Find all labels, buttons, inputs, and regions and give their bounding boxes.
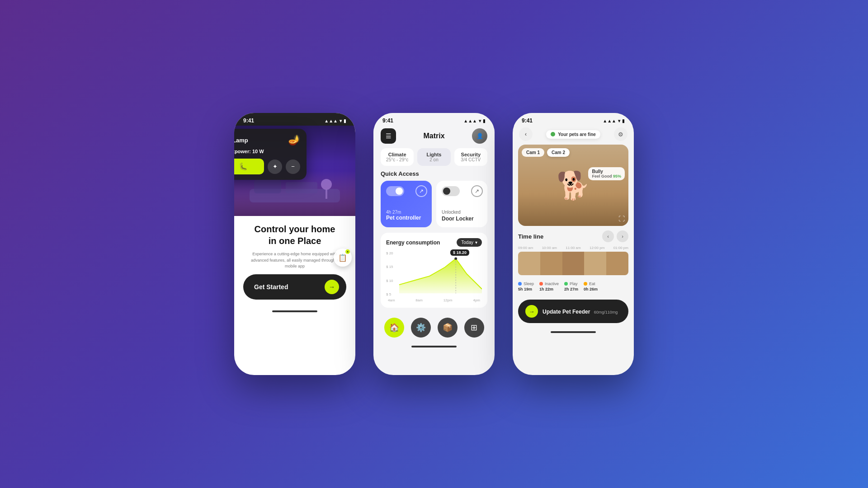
expand-icon[interactable]: ⛶ [618,215,625,222]
phone3-home-bar-line [551,331,596,333]
phone3-status-icons: ▲▲▲ ▾ ▮ [603,118,625,123]
cam1-tab[interactable]: Cam 1 [522,148,544,157]
camera-view: 🐕 Cam 1 Cam 2 Bully Feel Good 95% ⛶ [518,145,628,226]
door-locker-card[interactable]: ↗ Unlocked Door Locker [436,181,487,227]
door-locker-name: Door Locker [442,216,482,222]
nav-home-button[interactable]: 🏠 [384,318,404,338]
phone2-title: Matrix [423,132,444,140]
lamp-power: Lightpower: 10 W [234,149,300,154]
timeline-thumb-4 [584,252,606,275]
dog-camera-feed: 🐕 [518,145,628,226]
timeline-nav: ‹ › [602,230,628,242]
tab-security-label: Security [460,152,482,157]
timeline-prev-button[interactable]: ‹ [602,230,614,242]
tab-security[interactable]: Security 3/4 CCTV [454,148,487,166]
timeline-times: 09:00 am 10:00 am 11:00 am 12:00 pm 01:0… [518,246,628,250]
door-locker-expand[interactable]: ↗ [471,185,483,197]
lamp-minus-button[interactable]: − [286,160,300,174]
nav-settings-button[interactable]: ⚙️ [411,318,431,338]
timeline-strip [518,252,628,275]
phone1-main-title: Control your homein one Place [255,223,335,247]
svg-point-6 [454,257,457,260]
tab-lights[interactable]: Lights 2 on [417,148,450,166]
toggle-thumb [396,188,403,195]
lamp-popup-title: Lamp [234,137,248,144]
hero-furniture-svg [243,175,346,207]
pet-controller-name: Pet controller [386,215,426,221]
svg-rect-1 [254,180,281,193]
chart-x-labels: 4am 8am 12pm 4pm [386,298,482,302]
inactive-value: 1h 22m [539,287,553,291]
phone1-home-bar-line [272,310,317,312]
avatar[interactable]: 👤 [472,128,487,144]
phone1-subtitle: Experience a cutting-edge home equipped … [243,251,346,270]
timeline-section: Time line ‹ › 09:00 am 10:00 am 11:00 am… [513,226,634,297]
phone2-time: 9:41 [382,117,393,124]
back-button[interactable]: ‹ [519,127,533,141]
feeder-dose: 60mg/110mg [594,310,618,314]
play-value: 2h 27m [564,287,578,291]
lamp-popup: ← Lamp 🪔 Lightpower: 10 W 🐛 ✦ − [234,129,307,180]
toggle-track[interactable] [386,186,404,196]
battery-icon: ▮ [483,118,486,123]
nav-grid-button[interactable]: ⊞ [464,318,484,338]
phone3-status-bar: 9:41 ▲▲▲ ▾ ▮ [513,113,634,126]
pets-status-text: Your pets are fine [558,132,596,137]
get-started-button[interactable]: Get Started → [243,274,346,300]
sleep-label: Sleep [524,282,534,286]
cam2-tab[interactable]: Cam 2 [547,148,570,157]
timeline-next-button[interactable]: › [617,230,628,242]
update-feeder-button[interactable]: → Update Pet Feeder 60mg/110mg [518,300,628,323]
play-dot [564,282,568,286]
phone1-status-bar: 9:41 ▲▲▲ ▾ ▮ [234,113,355,126]
nav-devices-button[interactable]: 📦 [438,318,458,338]
phone3-topbar: ‹ Your pets are fine ⚙ [513,126,634,145]
eat-value: 0h 26m [584,287,598,291]
tab-climate[interactable]: Climate 25°c - 29°c [381,148,414,166]
cam-tabs: Cam 1 Cam 2 [522,148,570,157]
toggle-track-white[interactable] [442,186,460,196]
phone1-time: 9:41 [243,117,254,124]
sleep-dot [518,282,522,286]
pet-name: Bully [592,169,621,174]
menu-button[interactable]: ☰ [381,128,396,144]
phone1-status-icons: ▲▲▲ ▾ ▮ [324,118,346,123]
eat-dot [584,282,587,286]
lamp-brightness-button[interactable]: ✦ [268,160,282,174]
inactive-label: Inactive [545,282,559,286]
today-filter-button[interactable]: Today ▾ [457,238,482,247]
tab-climate-label: Climate [386,152,408,157]
tab-lights-sub: 2 on [423,157,445,162]
activity-legend: Sleep 5h 19m Inactive 1h 22m Play [518,279,628,294]
legend-inactive: Inactive 1h 22m [539,282,559,291]
phone2-home-bar-line [411,346,457,347]
pet-controller-expand[interactable]: ↗ [415,185,427,197]
signal-icon: ▲▲▲ [324,118,338,123]
timeline-title: Time line [518,233,543,240]
quick-tabs: Climate 25°c - 29°c Lights 2 on Security… [373,148,495,170]
task-float-icon[interactable]: 📋+ [334,249,352,267]
quick-access-row: ↗ 4h 27m Pet controller ↗ Unlocked Door … [373,181,495,233]
toggle-thumb-off [443,188,450,195]
dog-image: 🐕 [557,169,590,202]
svg-rect-4 [326,190,327,199]
chart-svg [386,251,482,296]
door-locker-status: Unlocked [442,210,482,215]
status-dot [551,132,555,136]
phone2-status-bar: 9:41 ▲▲▲ ▾ ▮ [373,113,495,126]
settings-button[interactable]: ⚙ [614,127,627,141]
energy-header: Energy consumption Today ▾ [386,238,482,247]
svg-point-3 [321,179,332,190]
lamp-icon: 🪔 [288,134,300,146]
phone1-home-bar [234,307,355,316]
pet-controller-time: 4h 27m [386,210,426,215]
lamp-bug-button[interactable]: 🐛 [234,159,264,174]
pet-recognition-badge: Bully Feel Good 95% [588,167,625,180]
pet-controller-card[interactable]: ↗ 4h 27m Pet controller [381,181,432,227]
signal-icon: ▲▲▲ [463,118,477,123]
pets-status-badge: Your pets are fine [546,130,600,139]
play-label: Play [570,282,578,286]
pet-status: Feel Good 95% [592,174,621,178]
energy-chart: $ 20 $ 15 $ 10 $ 5 [386,251,482,296]
energy-card: Energy consumption Today ▾ $ 20 $ 15 $ 1… [381,233,487,308]
